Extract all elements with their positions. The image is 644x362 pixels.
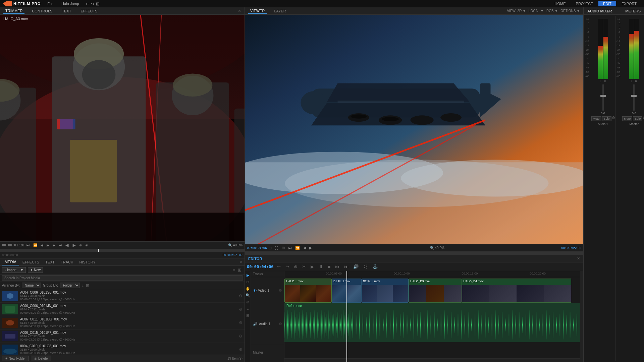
import-button[interactable]: ↓ Import... ▼: [2, 267, 26, 273]
media-item-gear[interactable]: ⚙: [239, 347, 243, 352]
media-item-gear[interactable]: ⚙: [239, 294, 243, 298]
media-item-gear[interactable]: ⚙: [239, 334, 243, 339]
mute-button-audio1[interactable]: Mute: [591, 116, 601, 121]
viewer-play[interactable]: ▶: [308, 245, 313, 250]
trimmer-overwrite[interactable]: ⊗: [84, 243, 89, 247]
edit-button[interactable]: EDIT: [598, 1, 616, 6]
new-button[interactable]: ✦ New: [28, 267, 43, 273]
viewer-fullscreen[interactable]: ⛶: [274, 246, 279, 250]
video-track-gear[interactable]: ⚙: [279, 288, 282, 293]
delete-button[interactable]: 🗑 Delete: [31, 356, 51, 361]
tab-history[interactable]: HISTORY: [76, 259, 98, 265]
tool-ripple[interactable]: ≡: [245, 306, 251, 311]
editor-prev-frame[interactable]: ⏮: [334, 264, 340, 269]
editor-undo[interactable]: ↩: [276, 264, 282, 269]
trimmer-scrubber[interactable]: [0, 249, 245, 252]
view-2d-option[interactable]: VIEW: 2D ▼: [507, 9, 526, 13]
project-button[interactable]: PROJECT: [571, 1, 598, 6]
list-item[interactable]: 8004_C010_0101G8_001.mov 3130 x 2700 pix…: [0, 343, 245, 355]
trimmer-insert[interactable]: ⊕: [78, 243, 83, 247]
editor-play-toggle[interactable]: ▶: [310, 264, 315, 269]
trimmer-step-back[interactable]: ⏪: [32, 243, 38, 247]
timeline-vscroll[interactable]: [580, 271, 583, 362]
editor-next-frame[interactable]: ⏭: [343, 264, 350, 269]
channel-dot-audio1[interactable]: [612, 116, 615, 119]
sort-order-icon[interactable]: ↕: [82, 283, 84, 288]
viewer-frame-back[interactable]: ◀: [302, 245, 307, 250]
viewer-goto-start[interactable]: ⏮: [287, 246, 293, 250]
close-editor-panel[interactable]: ✕: [577, 256, 580, 261]
tab-layer[interactable]: LAYER: [272, 8, 288, 14]
tab-track[interactable]: TRACK: [58, 259, 76, 265]
list-item[interactable]: A006_C011_0101DG_001.mov 6144 x 3160 pix…: [0, 316, 245, 329]
tab-effects[interactable]: EFFECTS: [20, 259, 42, 265]
close-left-panel[interactable]: ✕: [238, 9, 241, 13]
tool-select[interactable]: ▶: [245, 273, 251, 278]
trimmer-mark-in[interactable]: ◀|: [64, 243, 70, 247]
sort-extra-icon[interactable]: ⊞: [86, 283, 89, 288]
fader-handle-master[interactable]: [631, 95, 637, 97]
list-view-button[interactable]: ≡: [231, 267, 236, 273]
grid-button[interactable]: ⊞: [96, 1, 100, 6]
tool-hand[interactable]: ✋: [245, 286, 251, 291]
media-item-gear[interactable]: ⚙: [239, 320, 243, 325]
undo-button[interactable]: ↩: [86, 1, 90, 6]
list-item[interactable]: A004_C006_0101S6_001.mov 6144 x 3160 pix…: [0, 289, 245, 303]
trimmer-frame-back[interactable]: ◀: [40, 243, 44, 247]
audio-track-gear[interactable]: ⚙: [279, 322, 282, 326]
fader-handle-audio1[interactable]: [600, 95, 606, 97]
tool-zoom[interactable]: 🔍: [245, 293, 251, 298]
mute-button-master[interactable]: Mute: [622, 116, 632, 121]
audio-clip-reference[interactable]: Reference: [284, 303, 580, 342]
solo-button-audio1[interactable]: Solo: [602, 116, 611, 121]
redo-button[interactable]: ↪: [91, 1, 95, 6]
file-menu[interactable]: File: [46, 2, 55, 6]
tool-roll[interactable]: ⊞: [245, 313, 251, 318]
timeline-ruler[interactable]: 00:00:05:00 00:00:10:00 00:00:15:00 00:0…: [284, 271, 580, 277]
video-clip-b2[interactable]: B2 Fi...I.mov: [361, 279, 409, 303]
editor-snap[interactable]: ⊕: [293, 264, 299, 269]
tab-viewer[interactable]: VIEWER: [248, 8, 267, 14]
editor-razor[interactable]: ✂: [301, 264, 307, 269]
grid-view-button[interactable]: ⊞: [237, 267, 243, 273]
tool-snap[interactable]: ⊕: [245, 299, 251, 305]
home-button[interactable]: HOME: [550, 1, 571, 6]
tool-razor[interactable]: ✂: [245, 279, 251, 285]
solo-button-master[interactable]: Solo: [633, 116, 642, 121]
tab-effects[interactable]: EFFECTS: [79, 8, 100, 14]
viewer-scrubber[interactable]: [245, 251, 583, 255]
viewer-grid-overlay[interactable]: ⊞: [281, 245, 286, 250]
trimmer-frame-forward[interactable]: ▶: [52, 243, 56, 247]
tab-text-media[interactable]: TEXT: [43, 259, 57, 265]
tab-media[interactable]: MEDIA: [2, 259, 19, 265]
list-item[interactable]: A006_C015_0101P7_001.mov 6144 x 2592 pix…: [0, 329, 245, 343]
search-input[interactable]: [2, 275, 243, 281]
editor-stop[interactable]: ■: [327, 264, 331, 269]
tab-text[interactable]: TEXT: [60, 8, 73, 14]
editor-pause[interactable]: ⏸: [318, 264, 324, 269]
viewer-aspect-ratio[interactable]: □: [268, 246, 273, 250]
video-track-icon[interactable]: 👁: [253, 289, 257, 293]
audio-track-icon[interactable]: 🔊: [253, 322, 258, 326]
export-button[interactable]: EXPORT: [617, 1, 641, 6]
new-folder-button[interactable]: ✦ New Folder: [2, 356, 29, 361]
close-media-panel[interactable]: ✕: [239, 260, 243, 264]
local-option[interactable]: LOCAL ▼: [529, 9, 544, 13]
editor-audio-on[interactable]: 🔊: [352, 264, 360, 269]
group-by-select[interactable]: Folder: [60, 283, 80, 288]
tab-controls[interactable]: CONTROLS: [30, 8, 54, 14]
options-option[interactable]: OPTIONS ▼: [560, 9, 580, 13]
trimmer-step-forward[interactable]: ⏭: [58, 243, 63, 247]
fader-track-master[interactable]: [633, 84, 635, 111]
trimmer-goto-start[interactable]: ⏮: [25, 243, 31, 247]
list-item[interactable]: A006_C006_0101JN_001.mov 6144 x 2592 pix…: [0, 303, 245, 316]
video-clip-halo-b3[interactable]: HALO_B3.mov: [409, 279, 462, 303]
fader-track-audio1[interactable]: [602, 84, 604, 111]
video-clip-halo-b4[interactable]: HALO_B4.mov: [462, 279, 571, 303]
editor-redo[interactable]: ↪: [284, 264, 290, 269]
viewer-step-back[interactable]: ⏪: [294, 245, 301, 250]
tab-trimmer[interactable]: TRIMMER: [3, 8, 24, 14]
rgb-option[interactable]: RGB ▼: [546, 9, 558, 13]
editor-link[interactable]: ⛓: [362, 264, 369, 269]
arrange-by-select[interactable]: Name: [22, 283, 41, 288]
